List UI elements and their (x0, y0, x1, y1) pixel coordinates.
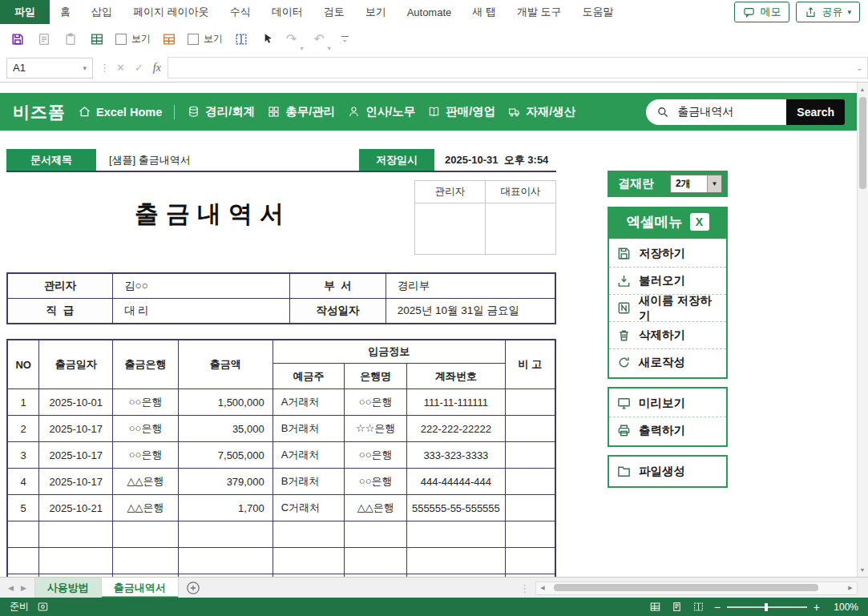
zoom-slider[interactable] (727, 606, 807, 608)
col-account[interactable]: 계좌번호 (407, 364, 506, 389)
tab-insert[interactable]: 삽입 (81, 0, 123, 24)
cell-date[interactable]: 2025-10-17 (39, 416, 113, 442)
dropdown-arrow-icon[interactable]: ▼ (707, 175, 721, 192)
tab-view[interactable]: 보기 (355, 0, 397, 24)
tabbar-splitter[interactable]: ⋮ (519, 582, 530, 594)
view-checkbox-1[interactable] (115, 34, 127, 45)
col-note[interactable]: 비 고 (505, 340, 555, 389)
macro-record-icon[interactable] (37, 601, 49, 613)
cell-empty[interactable] (39, 521, 113, 548)
save-menu-button[interactable]: 저장하기 (609, 240, 726, 267)
col-amount[interactable]: 출금액 (178, 340, 273, 389)
bizforms-logo[interactable]: 비즈폼 (13, 101, 66, 123)
info-date-value[interactable]: 2025년 10월 31일 금요일 (386, 299, 555, 324)
delete-menu-button[interactable]: 삭제하기 (609, 321, 726, 348)
sheet-next-icon[interactable]: ▶ (21, 584, 26, 592)
nav-accounting[interactable]: 경리/회계 (187, 104, 255, 119)
cell-bank-name[interactable]: ☆☆은행 (345, 416, 407, 442)
nav-hr[interactable]: 인사/노무 (347, 104, 415, 119)
cell-holder[interactable]: A거래처 (273, 389, 345, 416)
cell-empty[interactable] (7, 548, 39, 574)
cell-empty[interactable] (7, 521, 39, 548)
customize-toolbar-icon[interactable]: ⌄ (341, 36, 349, 42)
print-menu-button[interactable]: 출력하기 (609, 417, 726, 444)
cell-empty[interactable] (407, 548, 506, 574)
share-button[interactable]: 공유 ▾ (796, 2, 860, 22)
cell-amount[interactable]: 1,500,000 (178, 389, 273, 416)
col-bank-name[interactable]: 은행명 (345, 364, 407, 389)
cell-note[interactable] (505, 469, 555, 495)
tab-data[interactable]: 데이터 (261, 0, 313, 24)
sheet-prev-icon[interactable]: ◀ (8, 584, 14, 592)
nav-production[interactable]: 자재/생산 (507, 104, 575, 119)
info-manager-label[interactable]: 관리자 (7, 273, 113, 299)
cell-amount[interactable]: 379,000 (178, 469, 273, 495)
nav-sales[interactable]: 판매/영업 (427, 104, 495, 119)
page-break-view-icon[interactable] (692, 601, 704, 613)
formula-bar-handle[interactable]: ⋮ (99, 62, 110, 74)
tab-automate[interactable]: Automate (397, 0, 462, 24)
tab-file[interactable]: 파일 (0, 0, 50, 24)
cell-account[interactable]: 222-222-22222 (407, 416, 506, 442)
enter-icon[interactable]: ✓ (135, 62, 143, 74)
search-button[interactable]: Search (786, 99, 845, 125)
cell-empty[interactable] (345, 521, 407, 548)
load-menu-button[interactable]: 불러오기 (609, 267, 726, 294)
name-box[interactable]: A1 ▾ (6, 58, 93, 79)
cell-no[interactable]: 5 (7, 495, 39, 521)
cell-note[interactable] (505, 495, 555, 521)
name-box-caret-icon[interactable]: ▾ (83, 64, 87, 72)
scroll-right-icon[interactable]: ▶ (844, 585, 857, 591)
clipboard-icon[interactable] (63, 31, 79, 47)
cell-no[interactable]: 1 (7, 389, 39, 416)
cell-bank[interactable]: ○○은행 (113, 416, 179, 442)
redo-icon[interactable]: ↷ (286, 33, 297, 46)
cell-note[interactable] (505, 416, 555, 442)
cell-note[interactable] (505, 442, 555, 469)
formula-input[interactable] (168, 58, 852, 78)
vertical-scrollbar-thumb[interactable] (859, 97, 866, 189)
undo-icon[interactable]: ↶ (313, 33, 324, 46)
tab-formulas[interactable]: 수식 (220, 0, 261, 24)
cell-empty[interactable] (407, 521, 506, 548)
scroll-left-icon[interactable]: ◀ (536, 585, 549, 591)
cell-bank[interactable]: △△은행 (113, 469, 179, 495)
save-icon[interactable] (10, 31, 26, 47)
expand-formula-bar-icon[interactable]: ⌄ (851, 64, 867, 72)
cell-bank[interactable]: ○○은행 (113, 442, 179, 469)
cell-empty[interactable] (113, 548, 179, 574)
cell-no[interactable]: 4 (7, 469, 39, 495)
cell-bank[interactable]: △△은행 (113, 495, 179, 521)
tab-new-tab[interactable]: 새 탭 (462, 0, 507, 24)
nav-admin[interactable]: 총무/관리 (267, 104, 335, 119)
zoom-slider-thumb[interactable] (765, 603, 768, 611)
cell-date[interactable]: 2025-10-01 (39, 389, 113, 416)
info-date-label[interactable]: 작성일자 (290, 299, 386, 324)
cell-empty[interactable] (273, 548, 345, 574)
tab-help[interactable]: 도움말 (572, 0, 624, 24)
tab-developer[interactable]: 개발 도구 (507, 0, 572, 24)
cell-empty[interactable] (178, 521, 273, 548)
col-date[interactable]: 출금일자 (39, 340, 113, 389)
cell-date[interactable]: 2025-10-17 (39, 442, 113, 469)
horizontal-scrollbar[interactable]: ◀ ▶ (535, 582, 858, 595)
sheet-tab-withdrawal[interactable]: 출금내역서 (102, 578, 179, 598)
cell-date[interactable]: 2025-10-21 (39, 495, 113, 521)
cell-holder[interactable]: B거래처 (273, 416, 345, 442)
info-dept-value[interactable]: 경리부 (386, 273, 555, 299)
comments-button[interactable]: 메모 (734, 2, 789, 22)
page-layout-view-icon[interactable] (671, 601, 683, 613)
cell-account[interactable]: 333-323-3333 (407, 442, 506, 469)
cell-empty[interactable] (273, 521, 345, 548)
cell-account[interactable]: 444-44444-444 (407, 469, 506, 495)
cell-empty[interactable] (505, 521, 555, 548)
cell-empty[interactable] (39, 548, 113, 574)
col-no[interactable]: NO (7, 340, 39, 389)
vertical-scrollbar[interactable]: ▲ ▼ (857, 83, 868, 577)
cell-empty[interactable] (505, 548, 555, 574)
zoom-out-icon[interactable]: − (714, 602, 721, 613)
paste-values-icon[interactable] (36, 31, 52, 47)
saved-at-value[interactable]: 2025-10-31 오후 3:54 (434, 149, 556, 171)
cell-bank-name[interactable]: ○○은행 (345, 469, 407, 495)
info-manager-value[interactable]: 김○○ (113, 273, 290, 299)
